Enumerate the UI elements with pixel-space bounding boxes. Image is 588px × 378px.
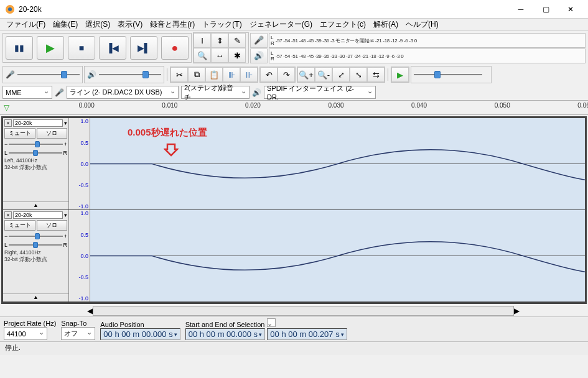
- record-button[interactable]: ●: [161, 36, 189, 60]
- skip-start-button[interactable]: ▐◀: [99, 36, 126, 60]
- zoom-icon: 🔍: [197, 51, 207, 60]
- tick: 0.020: [245, 102, 261, 109]
- menu-file[interactable]: ファイル(F): [2, 18, 49, 31]
- rec-meter-toggle[interactable]: 🎤: [250, 33, 268, 48]
- input-device-combo[interactable]: ライン (2- DR.DAC2 DX USB): [67, 86, 179, 99]
- menu-view[interactable]: 表示(V): [114, 18, 146, 31]
- play-at-speed-button[interactable]: ▶: [391, 67, 409, 82]
- paste-button[interactable]: 📋: [205, 67, 223, 82]
- audio-position-field[interactable]: 00 h 00 m 00.000 s▾: [100, 328, 180, 340]
- pan-slider[interactable]: [9, 152, 62, 154]
- undo-button[interactable]: ↶: [260, 67, 278, 82]
- selection-end-field[interactable]: 00 h 00 m 00.207 s▾: [267, 328, 347, 340]
- zoom-in-button[interactable]: 🔍+: [297, 67, 315, 82]
- track-close-button[interactable]: ×: [4, 119, 12, 127]
- zoom-tool[interactable]: 🔍: [194, 48, 211, 63]
- minimize-button[interactable]: ─: [508, 0, 533, 19]
- gain-slider[interactable]: [9, 236, 62, 237]
- fit-project-button[interactable]: ⤡: [350, 67, 367, 82]
- waveform[interactable]: [90, 210, 585, 302]
- mute-button[interactable]: ミュート: [4, 220, 35, 231]
- gain-slider[interactable]: [9, 144, 62, 145]
- draw-tool[interactable]: ✎: [228, 33, 246, 48]
- scroll-track[interactable]: [93, 306, 514, 316]
- track-panel[interactable]: × 20-20k ▾ ミュート ソロ −+ LR Left, 44100Hz32…: [3, 118, 69, 210]
- chevron-down-icon[interactable]: ▾: [64, 212, 67, 218]
- copy-button[interactable]: ⧉: [188, 67, 205, 82]
- play-button[interactable]: ▶: [37, 36, 64, 60]
- playback-meter[interactable]: LR -57 -54 -51 -48 -45 -39 -36 -33 -30 -…: [269, 48, 586, 63]
- recording-meter[interactable]: LR -57 -54 -51 -48 -45 -39 -36 -3 モニターを開…: [269, 33, 586, 48]
- transport-controls: ▮▮ ▶ ■ ▐◀ ▶▌ ●: [2, 33, 192, 63]
- scroll-right-icon[interactable]: ▶: [514, 307, 520, 315]
- zoom-toggle-button[interactable]: ⇆: [367, 67, 385, 82]
- menu-help[interactable]: ヘルプ(H): [402, 18, 442, 31]
- input-channels-combo[interactable]: 2(ステレオ)録音チ: [181, 86, 250, 99]
- zoom-out-icon: 🔍-: [317, 70, 330, 80]
- menu-generate[interactable]: ジェネレーター(G): [246, 18, 316, 31]
- playback-speed-slider[interactable]: [414, 74, 482, 75]
- zoom-toggle-icon: ⇆: [373, 70, 380, 80]
- fit-proj-icon: ⤡: [355, 70, 362, 80]
- maximize-button[interactable]: ▢: [533, 0, 558, 19]
- fit-selection-button[interactable]: ⤢: [332, 67, 350, 82]
- zoom-out-button[interactable]: 🔍-: [315, 67, 332, 82]
- track-close-button[interactable]: ×: [4, 211, 12, 219]
- menu-edit[interactable]: 編集(E): [49, 18, 82, 31]
- menu-record[interactable]: 録音と再生(r): [146, 18, 198, 31]
- track-name[interactable]: 20-20k: [13, 119, 63, 127]
- play-meter-toggle[interactable]: 🔊: [250, 48, 268, 63]
- solo-button[interactable]: ソロ: [37, 128, 68, 139]
- selection-tool[interactable]: I: [194, 33, 211, 48]
- chevron-down-icon[interactable]: ▾: [64, 120, 67, 126]
- play-volume-slider[interactable]: [99, 74, 161, 75]
- timeline-ruler[interactable]: 0.000 0.010 0.020 0.030 0.040 0.050 0.06…: [68, 101, 588, 114]
- skip-end-button[interactable]: ▶▌: [130, 36, 157, 60]
- close-button[interactable]: ✕: [558, 0, 583, 19]
- stop-button[interactable]: ■: [68, 36, 95, 60]
- multi-tool[interactable]: ✱: [228, 48, 246, 63]
- track-panel[interactable]: × 20-20k ▾ ミュート ソロ −+ LR Right, 44100Hz3…: [3, 210, 69, 302]
- output-device-combo[interactable]: SPDIF インターフェイス (2- DR.: [264, 86, 376, 99]
- redo-button[interactable]: ↷: [278, 67, 295, 82]
- pan-slider[interactable]: [9, 244, 62, 246]
- track-collapse-button[interactable]: ▲: [3, 201, 68, 208]
- menu-select[interactable]: 選択(S): [82, 18, 114, 31]
- waveform[interactable]: 0.005秒遅れた位置: [90, 118, 585, 210]
- project-rate-combo[interactable]: 44100: [4, 327, 47, 340]
- svg-point-1: [8, 7, 12, 11]
- silence-button[interactable]: ⊪: [240, 67, 258, 82]
- scroll-left-icon[interactable]: ◀: [87, 307, 93, 315]
- menu-effect[interactable]: エフェクト(c): [316, 18, 370, 31]
- menu-analyze[interactable]: 解析(A): [370, 18, 402, 31]
- timeline[interactable]: ▽ 0.000 0.010 0.020 0.030 0.040 0.050 0.…: [0, 100, 588, 115]
- envelope-tool[interactable]: ⇕: [211, 33, 228, 48]
- menu-tracks[interactable]: トラック(T): [198, 18, 245, 31]
- vertical-scale[interactable]: 1.0 0.5 0.0 -0.5 -1.0: [69, 210, 90, 302]
- selection-start-field[interactable]: 00 h 00 m 00.000 s▾: [185, 328, 265, 340]
- gain-minus: −: [4, 141, 7, 147]
- toolbar-row-1: ▮▮ ▶ ■ ▐◀ ▶▌ ● I ⇕ ✎ 🔍 ↔ ✱ 🎤 LR -57 -54 …: [0, 31, 588, 65]
- rec-volume-slider[interactable]: [17, 74, 80, 75]
- window-title: 20-20k: [19, 5, 508, 14]
- selection-toolbar: Project Rate (Hz) 44100 Snap-To オフ Audio…: [0, 316, 588, 341]
- pause-button[interactable]: ▮▮: [6, 36, 33, 60]
- track-name[interactable]: 20-20k: [13, 211, 63, 219]
- cut-icon: ✂: [176, 70, 183, 80]
- trim-icon: ⊪: [228, 70, 235, 80]
- audio-host-combo[interactable]: MME: [2, 86, 52, 99]
- solo-button[interactable]: ソロ: [37, 220, 68, 231]
- zoom-tools: 🔍+ 🔍- ⤢ ⤡ ⇆: [297, 67, 385, 83]
- mute-button[interactable]: ミュート: [4, 128, 35, 139]
- track-collapse-button[interactable]: ▲: [3, 293, 68, 300]
- timeshift-tool[interactable]: ↔: [211, 48, 228, 63]
- cut-button[interactable]: ✂: [170, 67, 188, 82]
- track-row: × 20-20k ▾ ミュート ソロ −+ LR Left, 44100Hz32…: [3, 118, 585, 210]
- snap-to-combo[interactable]: オフ: [61, 327, 95, 340]
- rec-meter-scale: -57 -54 -51 -48 -45 -39 -36 -3 モニターを開始 i…: [276, 37, 585, 44]
- horizontal-scrollbar[interactable]: ◀ ▶: [0, 305, 588, 316]
- timeline-head[interactable]: ▽: [0, 101, 68, 114]
- vertical-scale[interactable]: 1.0 0.5 0.0 -0.5 -1.0: [69, 118, 90, 210]
- trim-button[interactable]: ⊪: [223, 67, 240, 82]
- selection-mode-combo[interactable]: [267, 318, 276, 327]
